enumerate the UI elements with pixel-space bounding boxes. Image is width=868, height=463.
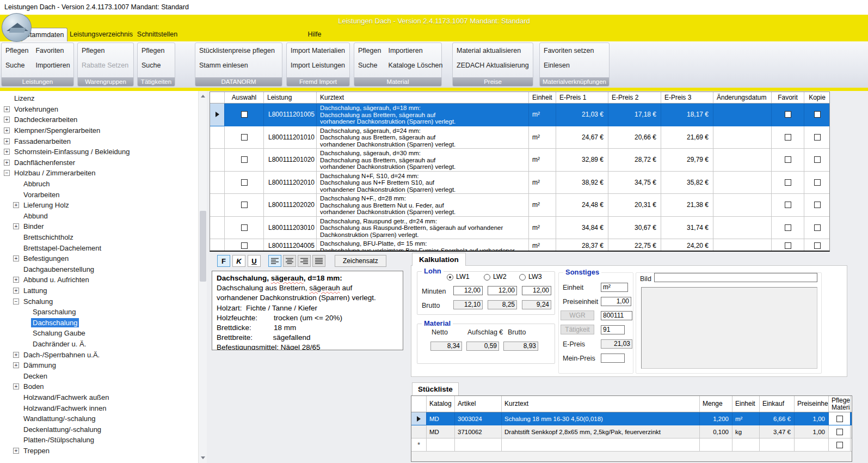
favorit-checkbox[interactable] <box>785 202 791 208</box>
grid-row[interactable]: L800111201010Dachschalung, sägerauh, d=2… <box>210 126 829 149</box>
tree-item-wandlattung-schalung[interactable]: Wandlattung/-schalung <box>0 413 198 424</box>
grid-column-header-favorit[interactable]: Favorit <box>772 92 804 103</box>
ribbon-button-stamm-einlesen[interactable]: Stamm einlesen <box>199 62 275 70</box>
pflege-material-cell[interactable] <box>829 425 851 438</box>
auswahl-checkbox[interactable] <box>241 111 248 118</box>
taetigkeit-field[interactable]: 91 <box>601 325 625 334</box>
stueckliste-row[interactable]: MD3003024Schalung 18 mm 16-30 4,50(0,018… <box>411 412 852 425</box>
pflege-material-cell[interactable] <box>829 438 851 451</box>
radio-lw3[interactable] <box>519 274 526 281</box>
wgr-field[interactable]: 800111 <box>601 311 632 320</box>
grid-column-header-leistung[interactable]: Leistung <box>264 92 317 103</box>
collapse-minus-icon[interactable]: − <box>4 170 10 176</box>
tree-item-holzwand-fachwerk-innen[interactable]: Holzwand/Fachwerk innen <box>0 403 198 413</box>
ribbon-button-pflegen[interactable]: Pflegen <box>358 47 381 55</box>
grid-row[interactable]: L800111201005Dachschalung, sägerauh, d=1… <box>210 103 829 126</box>
netto-field[interactable]: 8,34 <box>430 342 462 351</box>
favorit-checkbox[interactable] <box>785 242 791 249</box>
ribbon-button-favoriten-setzen[interactable]: Favoriten setzen <box>544 47 594 55</box>
tree-scrollbar[interactable] <box>198 91 207 463</box>
aufschlag-field[interactable]: 0,59 <box>466 342 499 351</box>
radio-lw1[interactable] <box>447 274 453 281</box>
tree-item-binder[interactable]: +Binder <box>0 221 198 232</box>
auswahl-checkbox[interactable] <box>241 202 248 208</box>
tree-item-klempner-spenglerarbeiten[interactable]: +Klempner/Spenglerarbeiten <box>0 125 198 136</box>
ribbon-button-import-leistungen[interactable]: Import Leistungen <box>291 62 345 70</box>
stueckliste-column-header-einheit[interactable]: Einheit <box>732 396 760 412</box>
align-right-button[interactable] <box>298 255 311 267</box>
tab-leistungsverzeichnis[interactable]: Leistungsverzeichnis <box>70 28 131 41</box>
tree-item-dachdeckerarbeiten[interactable]: +Dachdeckerarbeiten <box>0 114 198 125</box>
stueckliste-column-header-katalog[interactable]: Katalog <box>427 396 455 412</box>
favorit-checkbox[interactable] <box>785 179 791 186</box>
expand-plus-icon[interactable]: + <box>4 127 10 133</box>
kopie-checkbox[interactable] <box>814 202 821 208</box>
expand-plus-icon[interactable]: + <box>4 149 10 155</box>
tree-item-dachränder-u-ä[interactable]: Dachränder u. Ä. <box>0 339 198 350</box>
app-logo-button[interactable] <box>2 13 32 42</box>
expand-plus-icon[interactable]: + <box>4 117 10 123</box>
tree-item-brettschichtholz[interactable]: Brettschichtholz <box>0 232 198 243</box>
grid-column-header-kurztext[interactable]: Kurztext <box>317 92 529 103</box>
ribbon-button-pflegen[interactable]: Pflegen <box>5 47 28 55</box>
kopie-checkbox[interactable] <box>814 156 821 163</box>
expand-plus-icon[interactable]: + <box>4 106 10 112</box>
favorit-checkbox[interactable] <box>785 111 791 118</box>
tree-item-vorkehrungen[interactable]: +Vorkehrungen <box>0 104 198 115</box>
tree-item-abbund[interactable]: Abbund <box>0 211 198 222</box>
kopie-cell[interactable] <box>804 239 830 252</box>
tree-item-decken[interactable]: Decken <box>0 370 198 381</box>
grid-column-header-kopie[interactable]: Kopie <box>804 92 830 103</box>
favorit-checkbox[interactable] <box>785 156 791 163</box>
ribbon-button-kataloge-löschen[interactable]: Kataloge Löschen <box>388 62 442 70</box>
ribbon-button-importieren[interactable]: Importieren <box>388 47 442 55</box>
favorit-cell[interactable] <box>772 239 804 252</box>
ribbon-button-pflegen[interactable]: Pflegen <box>82 47 128 55</box>
auswahl-cell[interactable] <box>225 126 264 149</box>
align-justify-button[interactable] <box>312 255 325 267</box>
kopie-cell[interactable] <box>804 172 830 194</box>
tab-schnittstellen[interactable]: Schnittstellen <box>135 28 180 41</box>
brutto-lw3-field[interactable]: 9,24 <box>522 300 551 309</box>
radio-lw2[interactable] <box>484 274 490 281</box>
kopie-checkbox[interactable] <box>814 224 821 231</box>
grid-row[interactable]: L800111202020Dachschalung N+F., d=28 mm:… <box>210 194 829 217</box>
kopie-cell[interactable] <box>804 217 830 239</box>
stueckliste-column-header-menge[interactable]: Menge <box>700 396 732 412</box>
ribbon-button-favoriten[interactable]: Favoriten <box>35 47 70 55</box>
stueckliste-column-header-preiseinheit[interactable]: Preiseinheit <box>795 396 829 412</box>
bold-button[interactable]: F <box>217 255 230 267</box>
grid-row[interactable]: L800111202010Dachschalung N+F, S10, d=24… <box>210 172 829 194</box>
auswahl-checkbox[interactable] <box>241 134 248 141</box>
auswahl-cell[interactable] <box>225 149 264 171</box>
ribbon-button-stücklistenpreise-pflegen[interactable]: Stücklistenpreise pflegen <box>199 47 275 55</box>
minuten-lw3-field[interactable]: 12,00 <box>522 286 551 295</box>
favorit-cell[interactable] <box>772 126 804 149</box>
kopie-checkbox[interactable] <box>814 242 821 249</box>
tree-item-deckenlattung-schalung[interactable]: Deckenlattung/-schalung <box>0 424 198 435</box>
tree-item-dach-sperrbahnen-u-ä[interactable]: +Dach-/Sperrbahnen u.Ä. <box>0 349 198 360</box>
ribbon-button-suche[interactable]: Suche <box>141 62 164 70</box>
tree-item-brettstapel-dachelement[interactable]: Brettstapel-Dachelement <box>0 242 198 253</box>
auswahl-checkbox[interactable] <box>241 242 248 249</box>
brutto-lw1-field[interactable]: 12,10 <box>453 300 483 309</box>
tab-kalkulation[interactable]: Kalkulation <box>412 253 466 266</box>
expand-plus-icon[interactable]: + <box>13 362 19 368</box>
tree-item-dachgaubenerstellung[interactable]: Dachgaubenerstellung <box>0 264 198 275</box>
tree-item-lizenz[interactable]: Lizenz <box>0 93 198 104</box>
pflege-material-checkbox[interactable] <box>836 429 843 435</box>
ribbon-button-einlesen[interactable]: Einlesen <box>544 62 594 70</box>
auswahl-checkbox[interactable] <box>241 179 248 186</box>
favorit-checkbox[interactable] <box>785 224 791 231</box>
einheit-field[interactable]: m² <box>601 283 628 292</box>
ribbon-button-suche[interactable]: Suche <box>358 62 381 70</box>
stueckliste-row[interactable]: * <box>411 438 852 452</box>
tree-item-dämmung[interactable]: +Dämmung <box>0 360 198 371</box>
minuten-lw1-field[interactable]: 12,00 <box>453 286 483 295</box>
zeichensatz-button[interactable]: Zeichensatz <box>335 255 386 267</box>
scroll-down-icon[interactable] <box>199 453 207 462</box>
grid-column-header-e-preis-2[interactable]: E-Preis 2 <box>608 92 661 103</box>
tree-item-holzbau-zimmerarbeiten[interactable]: −Holzbau / Zimmerarbeiten <box>0 168 198 179</box>
tab-hilfe[interactable]: Hilfe <box>301 28 328 41</box>
stueckliste-column-header-artikel[interactable]: Artikel <box>455 396 502 412</box>
